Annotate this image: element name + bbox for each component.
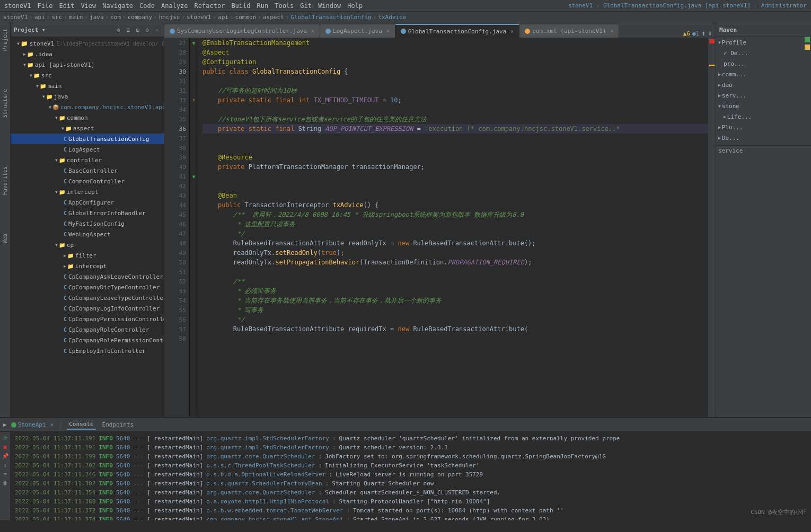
menu-stonev1[interactable]: stoneV1	[4, 2, 31, 10]
tree-item-cp-loginfo[interactable]: C CpCompanyLogInfoController	[11, 303, 164, 314]
bc-txadvice[interactable]: txAdvice	[378, 14, 406, 21]
sidebar-tab-structure[interactable]: Structure	[1, 86, 9, 121]
sidebar-tab-favorites[interactable]: Favorites	[1, 163, 9, 198]
bc-src[interactable]: src	[51, 14, 62, 21]
maven-item-de[interactable]: ✓ De...	[716, 48, 811, 58]
project-filter-icon[interactable]: ≡	[125, 26, 132, 34]
bc-java[interactable]: java	[90, 14, 104, 21]
menu-build[interactable]: Build	[231, 2, 250, 10]
maven-item-stone[interactable]: ▼ stone	[716, 101, 811, 111]
maven-item-pro[interactable]: pro...	[716, 58, 811, 69]
tree-item-cp-leavetype[interactable]: C CpCompanyLeaveTypeController	[11, 292, 164, 303]
tab-globaltx[interactable]: GlobalTransactionConfig.java ×	[395, 24, 519, 38]
fold-marker-44[interactable]: ▼	[190, 172, 198, 181]
run-scroll-icon[interactable]: ↓	[2, 461, 9, 468]
tree-item-cp-role[interactable]: C CpCompanyRoleController	[11, 324, 164, 335]
expand-editor-icon[interactable]: ⬆	[701, 29, 706, 38]
tab-logaspect[interactable]: LogAspect.java ×	[320, 24, 395, 38]
maven-label-dao: dao	[722, 82, 733, 88]
tab-syscompany[interactable]: SysCompanyUserLoginLogController.java ×	[164, 24, 320, 38]
menu-window[interactable]: Window	[318, 2, 341, 10]
maven-item-profile[interactable]: ▼ Profile	[716, 37, 811, 48]
tree-item-api-module[interactable]: ▼ 📁 api [api-stoneV1]	[11, 59, 164, 70]
menu-view[interactable]: View	[81, 2, 96, 10]
menu-git[interactable]: Git	[300, 2, 312, 10]
run-clear-icon[interactable]: 🗑	[2, 479, 9, 486]
tree-item-cp-dictype[interactable]: C CpCompanyDicTypeController	[11, 282, 164, 292]
tree-item-java[interactable]: ▼ 📁 java	[11, 91, 164, 102]
collapse-editor-icon[interactable]: ⬇	[708, 29, 712, 38]
endpoints-tab[interactable]: Endpoints	[100, 420, 136, 429]
tree-item-global-tx[interactable]: C GlobalTransactionConfig	[11, 134, 164, 144]
maven-item-plu[interactable]: ▶ Plu...	[716, 122, 811, 132]
bc-global[interactable]: GlobalTransactionConfig	[290, 14, 371, 21]
bc-com[interactable]: com	[110, 14, 121, 21]
maven-item-comm[interactable]: ▶ comm...	[716, 69, 811, 79]
tab-close-globaltx[interactable]: ×	[510, 29, 514, 34]
bc-hncjsc[interactable]: hncjsc	[159, 14, 180, 21]
bc-stonev1-2[interactable]: stoneV1	[187, 14, 211, 21]
maven-item-serv[interactable]: ▶ serv...	[716, 90, 811, 101]
bc-company[interactable]: company	[128, 14, 152, 21]
menu-run[interactable]: Run	[257, 2, 269, 10]
menu-analyze[interactable]: Analyze	[161, 2, 188, 10]
sidebar-tab-project[interactable]: Project	[1, 25, 9, 54]
tree-item-globalerror[interactable]: C GlobalErrorInfoHandler	[11, 208, 164, 218]
menu-edit[interactable]: Edit	[59, 2, 74, 10]
maven-item-dao[interactable]: ▶ dao	[716, 79, 811, 90]
tree-item-cp[interactable]: ▼ 📁 cp	[11, 240, 164, 250]
menu-refactor[interactable]: Refactor	[195, 2, 225, 10]
tree-item-stonev1[interactable]: ▼ 📁 stoneV1 E:\ideaProjects\stoneV1 deve…	[11, 38, 164, 49]
tab-close-logaspect[interactable]: ×	[386, 28, 390, 34]
run-stop-icon[interactable]: ■	[2, 443, 9, 450]
tree-item-controller[interactable]: ▼ 📁 controller	[11, 155, 164, 165]
menu-file[interactable]: File	[38, 2, 53, 10]
bc-aspect[interactable]: aspect	[263, 14, 284, 21]
tab-pom[interactable]: pom.xml (api-stoneV1) ×	[519, 24, 619, 38]
tree-item-base[interactable]: C BaseController	[11, 165, 164, 176]
menu-code[interactable]: Code	[139, 2, 155, 10]
tree-item-cp-asklv[interactable]: C CpCompanyAskLeaveController	[11, 271, 164, 282]
tab-close-pom[interactable]: ×	[610, 28, 613, 34]
bc-main[interactable]: main	[69, 14, 83, 21]
run-filter-icon[interactable]: ≡	[2, 470, 9, 477]
project-minus-icon[interactable]: −	[153, 26, 161, 34]
tree-item-intercept2[interactable]: ▶ 📁 intercept	[11, 261, 164, 271]
tree-item-intercept[interactable]: ▼ 📁 intercept	[11, 187, 164, 197]
maven-item-life[interactable]: ▶ Life...	[716, 111, 811, 122]
bc-common[interactable]: common	[235, 14, 257, 21]
code-content[interactable]: @EnableTransactionManagement @Aspect @Co…	[198, 38, 716, 417]
menu-help[interactable]: Help	[347, 2, 363, 10]
project-gear-icon[interactable]: ⚙	[144, 26, 151, 34]
console-tab[interactable]: Console	[67, 420, 95, 430]
project-expand-icon[interactable]: ⊞	[134, 26, 142, 34]
run-pin-icon[interactable]: 📌	[2, 452, 9, 459]
tree-item-package[interactable]: ▼ 📦 com.company.hncjsc.stoneV1.api	[11, 102, 164, 112]
tree-item-logaspect[interactable]: C LogAspect	[11, 144, 164, 155]
bc-api-2[interactable]: api	[218, 14, 228, 21]
maven-item-de2[interactable]: ▶ De...	[716, 132, 811, 143]
tree-item-common[interactable]: ▼ 📁 common	[11, 112, 164, 123]
tree-item-main[interactable]: ▼ 📁 main	[11, 81, 164, 91]
menu-tools[interactable]: Tools	[275, 2, 294, 10]
tree-item-idea[interactable]: ▶ 📁 .idea	[11, 49, 164, 59]
tree-item-cp-employ[interactable]: C CpEmployInfoController	[11, 345, 164, 356]
tree-item-weblogaspect[interactable]: C WebLogAspect	[11, 229, 164, 240]
run-close-icon[interactable]: ×	[50, 421, 54, 428]
fold-marker-30[interactable]: ▼	[190, 38, 198, 48]
menu-navigate[interactable]: Navigate	[102, 2, 133, 10]
tree-item-myfastjson[interactable]: C MyFastJsonConfig	[11, 218, 164, 229]
tab-close-syscompany[interactable]: ×	[311, 28, 314, 34]
tree-item-aspect[interactable]: ▼ 📁 aspect	[11, 123, 164, 134]
tree-item-filter[interactable]: ▶ 📁 filter	[11, 250, 164, 261]
tree-item-common-ctrl[interactable]: C CommonController	[11, 176, 164, 187]
bc-api[interactable]: api	[34, 14, 45, 21]
run-restart-icon[interactable]: ⟳	[2, 434, 9, 441]
tree-item-src[interactable]: ▼ 📁 src	[11, 70, 164, 81]
tree-item-cp-roleperm[interactable]: C CpCompanyRolePermissionController	[11, 335, 164, 345]
project-settings-icon[interactable]: ⚙	[115, 26, 122, 34]
bc-stonev1[interactable]: stoneV1	[3, 14, 28, 21]
tree-item-appconf[interactable]: C AppConfigurer	[11, 197, 164, 208]
tree-item-cp-perm[interactable]: C CpCompanyPermissionController	[11, 314, 164, 324]
sidebar-tab-web[interactable]: Web	[1, 230, 9, 246]
